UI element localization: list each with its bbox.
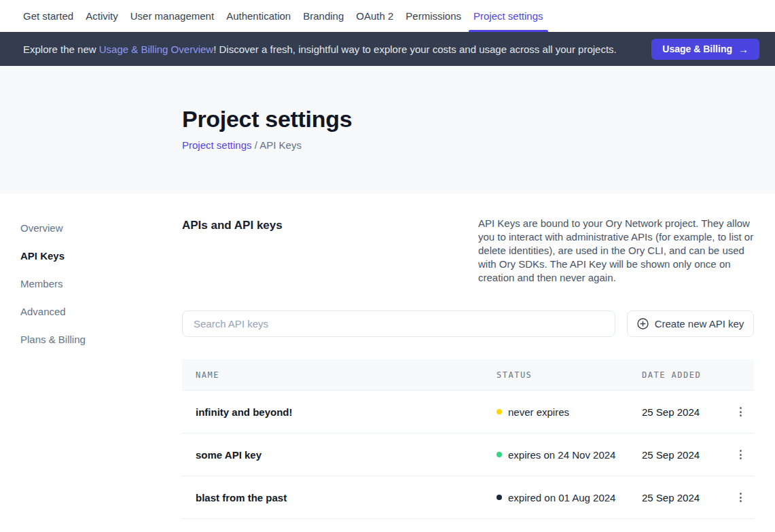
nav-item-permissions[interactable]: Permissions: [399, 0, 467, 32]
api-key-name: infinity and beyond!: [196, 406, 497, 418]
status-label: expired on 01 Aug 2024: [508, 492, 615, 503]
breadcrumb-current: API Keys: [259, 139, 302, 151]
section-description: API Keys are bound to your Ory Network p…: [478, 217, 754, 285]
settings-sidebar: Overview API Keys Members Advanced Plans…: [0, 194, 182, 519]
nav-item-user-management[interactable]: User management: [124, 0, 220, 32]
banner-text-after: ! Discover a fresh, insightful way to ex…: [213, 43, 617, 55]
nav-item-authentication[interactable]: Authentication: [220, 0, 297, 32]
create-api-key-label: Create new API key: [655, 318, 744, 330]
table-row: blast from the past expired on 01 Aug 20…: [182, 476, 754, 519]
create-api-key-button[interactable]: Create new API key: [627, 311, 754, 337]
nav-item-oauth2[interactable]: OAuth 2: [350, 0, 399, 32]
table-row: some API key expires on 24 Nov 2024 25 S…: [182, 433, 754, 476]
api-key-date-added: 25 Sep 2024: [642, 449, 727, 461]
api-keys-table: NAME STATUS DATE ADDED infinity and beyo…: [182, 359, 754, 519]
row-actions-menu-icon[interactable]: [731, 445, 750, 464]
sidebar-item-overview[interactable]: Overview: [20, 217, 182, 239]
usage-billing-overview-link[interactable]: Usage & Billing Overview: [99, 43, 213, 55]
content: Overview API Keys Members Advanced Plans…: [0, 194, 775, 519]
api-key-status: expired on 01 Aug 2024: [497, 492, 642, 503]
section-title: APIs and API keys: [182, 217, 283, 285]
nav-item-project-settings[interactable]: Project settings: [467, 0, 549, 32]
row-actions-menu-icon[interactable]: [731, 402, 750, 421]
row-actions-menu-icon[interactable]: [731, 488, 750, 507]
search-input[interactable]: [182, 311, 615, 337]
breadcrumb: Project settings / API Keys: [182, 139, 775, 151]
sidebar-item-advanced[interactable]: Advanced: [20, 300, 182, 323]
sidebar-item-api-keys[interactable]: API Keys: [20, 245, 182, 267]
banner-text-before: Explore the new: [23, 43, 99, 55]
page-title: Project settings: [182, 106, 775, 132]
api-keys-section: APIs and API keys API Keys are bound to …: [182, 194, 754, 519]
table-controls: Create new API key: [182, 311, 754, 337]
nav-item-branding[interactable]: Branding: [297, 0, 350, 32]
page-header: Project settings Project settings / API …: [0, 66, 775, 194]
status-label: never expires: [508, 406, 569, 418]
sidebar-item-members[interactable]: Members: [20, 272, 182, 295]
status-dot-icon: [497, 452, 502, 457]
banner-message: Explore the new Usage & Billing Overview…: [23, 43, 651, 55]
status-dot-icon: [497, 409, 502, 414]
section-intro: APIs and API keys API Keys are bound to …: [182, 217, 754, 285]
usage-billing-button[interactable]: Usage & Billing →: [651, 39, 759, 60]
api-key-status: expires on 24 Nov 2024: [497, 449, 642, 461]
status-dot-icon: [497, 495, 502, 500]
status-label: expires on 24 Nov 2024: [508, 449, 615, 461]
nav-item-get-started[interactable]: Get started: [23, 0, 79, 32]
announcement-banner: Explore the new Usage & Billing Overview…: [0, 32, 775, 66]
table-row: infinity and beyond! never expires 25 Se…: [182, 391, 754, 433]
nav-item-activity[interactable]: Activity: [79, 0, 124, 32]
sidebar-item-plans-billing[interactable]: Plans & Billing: [20, 328, 182, 351]
plus-circle-icon: [637, 318, 649, 330]
api-key-name: some API key: [196, 449, 497, 461]
breadcrumb-separator: /: [252, 139, 260, 151]
arrow-right-icon: →: [738, 43, 749, 55]
api-key-date-added: 25 Sep 2024: [642, 492, 727, 503]
column-header-status: STATUS: [497, 370, 642, 380]
api-key-date-added: 25 Sep 2024: [642, 406, 727, 418]
usage-billing-button-label: Usage & Billing: [662, 43, 732, 54]
page: Get started Activity User management Aut…: [0, 0, 775, 532]
column-header-date-added: DATE ADDED: [642, 370, 727, 380]
breadcrumb-project-settings-link[interactable]: Project settings: [182, 139, 252, 151]
api-key-status: never expires: [497, 406, 642, 418]
top-navigation: Get started Activity User management Aut…: [0, 0, 775, 32]
column-header-name: NAME: [196, 370, 497, 380]
table-header-row: NAME STATUS DATE ADDED: [182, 359, 754, 391]
api-key-name: blast from the past: [196, 492, 497, 503]
